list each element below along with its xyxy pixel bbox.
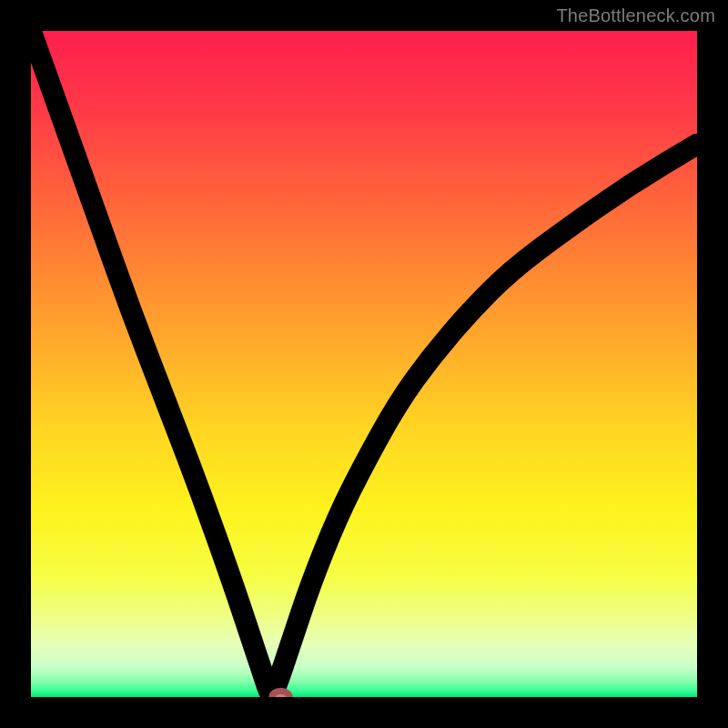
plot-area — [31, 31, 697, 697]
chart-svg — [31, 31, 697, 697]
watermark-text: TheBottleneck.com — [556, 5, 715, 26]
optimum-marker — [272, 691, 289, 697]
bottleneck-curve — [31, 31, 697, 693]
chart-frame: TheBottleneck.com — [0, 0, 728, 728]
